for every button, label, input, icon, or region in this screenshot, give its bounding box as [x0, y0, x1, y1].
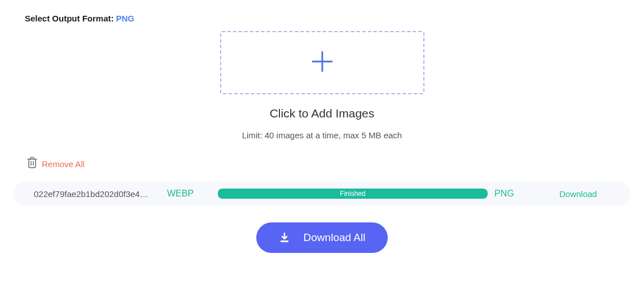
file-source-format: WEBP	[167, 189, 207, 199]
download-icon	[279, 232, 290, 243]
file-name: 022ef79fae2b1bd202d0f3e4…	[34, 189, 158, 199]
plus-icon	[309, 48, 336, 77]
download-all-wrap: Download All	[14, 222, 630, 253]
trash-icon	[27, 157, 37, 170]
remove-all-button[interactable]: Remove All	[27, 157, 630, 170]
svg-rect-4	[281, 240, 288, 242]
remove-all-label: Remove All	[42, 159, 85, 169]
output-format-selector[interactable]: Select Output Format: PNG	[25, 14, 630, 23]
progress-status: Finished	[340, 190, 365, 198]
progress-bar: Finished	[218, 189, 488, 199]
output-format-value[interactable]: PNG	[116, 14, 135, 23]
file-target-format: PNG	[494, 189, 525, 199]
download-file-link[interactable]: Download	[559, 189, 610, 199]
file-row: 022ef79fae2b1bd202d0f3e4… WEBP Finished …	[14, 182, 630, 205]
upload-area: Click to Add Images Limit: 40 images at …	[14, 31, 630, 140]
upload-dropzone[interactable]	[220, 31, 424, 94]
download-all-button[interactable]: Download All	[256, 222, 388, 253]
progress-wrap: Finished	[218, 189, 488, 199]
output-format-label: Select Output Format:	[25, 14, 114, 23]
upload-limit-text: Limit: 40 images at a time, max 5 MB eac…	[242, 130, 402, 140]
download-all-label: Download All	[304, 231, 366, 244]
upload-title: Click to Add Images	[270, 107, 375, 120]
